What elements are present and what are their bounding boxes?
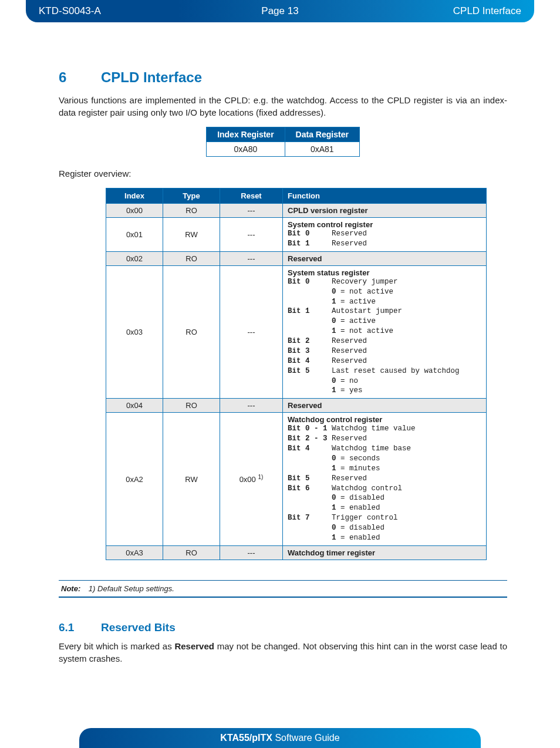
subsection-body-bold: Reserved <box>174 641 214 651</box>
table-row: 0x03RO---System status registerBit 0 Rec… <box>106 265 487 399</box>
page-number: Page 13 <box>200 5 360 17</box>
regpair-value-index: 0xA80 <box>207 142 285 157</box>
cell-function: Watchdog control registerBit 0 - 1 Watch… <box>283 413 487 546</box>
note-box: Note: 1) Default Setup settings. <box>59 580 507 598</box>
cell-function: Reserved <box>283 251 487 265</box>
ovw-header-type: Type <box>163 188 220 204</box>
ovw-header-reset: Reset <box>220 188 283 204</box>
cell-type: RO <box>163 399 220 413</box>
register-pair-table: Index Register Data Register 0xA80 0xA81 <box>206 127 360 157</box>
cell-type: RO <box>163 265 220 399</box>
subsection-number: 6.1 <box>59 621 75 634</box>
page-footer: KTA55/pITX Software Guide <box>0 728 560 748</box>
cell-reset: --- <box>220 265 283 399</box>
cell-index: 0x03 <box>106 265 163 399</box>
cell-type: RW <box>163 413 220 546</box>
cell-function: System control registerBit 0 Reserved Bi… <box>283 218 487 252</box>
cell-type: RO <box>163 251 220 265</box>
cell-reset: --- <box>220 218 283 252</box>
register-overview-table: Index Type Reset Function 0x00RO---CPLD … <box>106 188 487 560</box>
cell-index: 0x04 <box>106 399 163 413</box>
subsection-title: Reserved Bits <box>101 621 176 634</box>
cell-index: 0x00 <box>106 204 163 218</box>
table-row: 0xA2RW0x00 1)Watchdog control registerBi… <box>106 413 487 546</box>
footer-subtitle: Software Guide <box>272 733 340 743</box>
regpair-header-data: Data Register <box>285 127 359 142</box>
cell-index: 0x01 <box>106 218 163 252</box>
cell-index: 0xA2 <box>106 413 163 546</box>
table-row: 0x02RO---Reserved <box>106 251 487 265</box>
cell-index: 0x02 <box>106 251 163 265</box>
footer-pill: KTA55/pITX Software Guide <box>79 728 480 748</box>
table-row: 0x01RW---System control registerBit 0 Re… <box>106 218 487 252</box>
section-intro: Various functions are implemented in the… <box>59 94 507 119</box>
subsection-heading: 6.1 Reserved Bits <box>59 621 507 634</box>
cell-function: System status registerBit 0 Recovery jum… <box>283 265 487 399</box>
cell-index: 0xA3 <box>106 545 163 560</box>
note-text: 1) Default Setup settings. <box>89 584 174 593</box>
subsection-body-pre: Every bit which is marked as <box>59 641 174 651</box>
note-label: Note: <box>61 584 80 593</box>
cell-type: RW <box>163 218 220 252</box>
cell-type: RO <box>163 545 220 560</box>
section-title: CPLD Interface <box>101 69 202 86</box>
subsection-body: Every bit which is marked as Reserved ma… <box>59 640 507 665</box>
table-row: 0x00RO---CPLD version register <box>106 204 487 218</box>
cell-reset: --- <box>220 204 283 218</box>
cell-function: CPLD version register <box>283 204 487 218</box>
cell-reset: 0x00 1) <box>220 413 283 546</box>
overview-label: Register overview: <box>59 167 507 180</box>
cell-function: Watchdog timer register <box>283 545 487 560</box>
page-header: KTD-S0043-A Page 13 CPLD Interface <box>26 0 534 22</box>
footer-product: KTA55/pITX <box>220 733 272 743</box>
header-title: CPLD Interface <box>360 5 534 17</box>
table-row: 0xA3RO---Watchdog timer register <box>106 545 487 560</box>
cell-reset: --- <box>220 545 283 560</box>
section-number: 6 <box>59 69 75 86</box>
cell-type: RO <box>163 204 220 218</box>
ovw-header-function: Function <box>283 188 487 204</box>
regpair-header-index: Index Register <box>207 127 285 142</box>
regpair-value-data: 0xA81 <box>285 142 359 157</box>
section-heading: 6 CPLD Interface <box>59 69 507 86</box>
cell-function: Reserved <box>283 399 487 413</box>
table-row: 0x04RO---Reserved <box>106 399 487 413</box>
cell-reset: --- <box>220 399 283 413</box>
doc-id: KTD-S0043-A <box>26 5 200 17</box>
ovw-header-index: Index <box>106 188 163 204</box>
cell-reset: --- <box>220 251 283 265</box>
